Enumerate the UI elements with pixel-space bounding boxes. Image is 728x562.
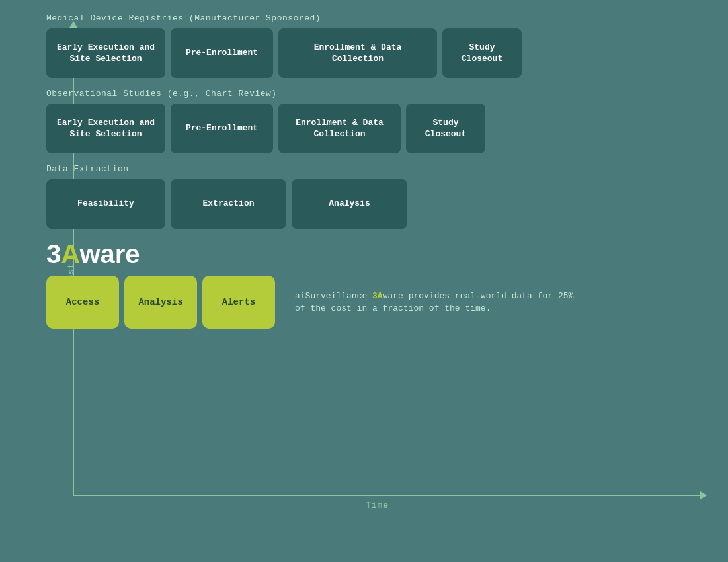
section-data-extraction: Data Extraction Feasibility Extraction A… — [46, 164, 715, 229]
section-label-medical-device: Medical Device Registries (Manufacturer … — [46, 13, 715, 23]
section-brand: 3Aware Access Analysis Alerts aiSurveill… — [46, 239, 715, 329]
card-md-enroll-data: Enrollment & Data Collection — [278, 28, 437, 78]
section-observational: Observational Studies (e.g., Chart Revie… — [46, 89, 715, 153]
card-obs-pre-enroll: Pre-Enrollment — [171, 104, 273, 153]
section-medical-device: Medical Device Registries (Manufacturer … — [46, 13, 715, 78]
card-brand-alerts: Alerts — [202, 276, 275, 329]
brand-desc-prefix: aiSurveillance— — [295, 291, 372, 301]
brand-title-highlight: A — [61, 239, 79, 268]
brand-row: Access Analysis Alerts aiSurveillance—3A… — [46, 276, 715, 329]
brand-desc-highlight: 3A — [372, 291, 383, 301]
brand-title: 3Aware — [46, 239, 715, 269]
card-brand-analysis: Analysis — [124, 276, 197, 329]
card-md-pre-enroll: Pre-Enrollment — [171, 28, 273, 78]
card-obs-early-exec: Early Execution and Site Selection — [46, 104, 165, 153]
card-md-early-exec: Early Execution and Site Selection — [46, 28, 165, 78]
card-obs-enroll-data: Enrollment & Data Collection — [278, 104, 401, 153]
card-brand-access: Access — [46, 276, 119, 329]
section-label-observational: Observational Studies (e.g., Chart Revie… — [46, 89, 715, 99]
brand-cards: Access Analysis Alerts — [46, 276, 275, 329]
brand-description: aiSurveillance—3Aware provides real-worl… — [295, 290, 586, 315]
card-de-extraction: Extraction — [171, 179, 286, 229]
section-label-data-extraction: Data Extraction — [46, 164, 715, 174]
brand-title-suffix: ware — [79, 239, 140, 268]
row-medical-device: Early Execution and Site Selection Pre-E… — [46, 28, 715, 78]
card-md-study-close: Study Closeout — [442, 28, 522, 78]
content-area: Medical Device Registries (Manufacturer … — [46, 13, 715, 509]
brand-title-prefix: 3 — [46, 239, 61, 268]
card-obs-study-close: Study Closeout — [406, 104, 485, 153]
card-de-feasibility: Feasibility — [46, 179, 165, 229]
card-de-analysis: Analysis — [292, 179, 407, 229]
row-observational: Early Execution and Site Selection Pre-E… — [46, 104, 715, 153]
row-data-extraction: Feasibility Extraction Analysis — [46, 179, 715, 229]
